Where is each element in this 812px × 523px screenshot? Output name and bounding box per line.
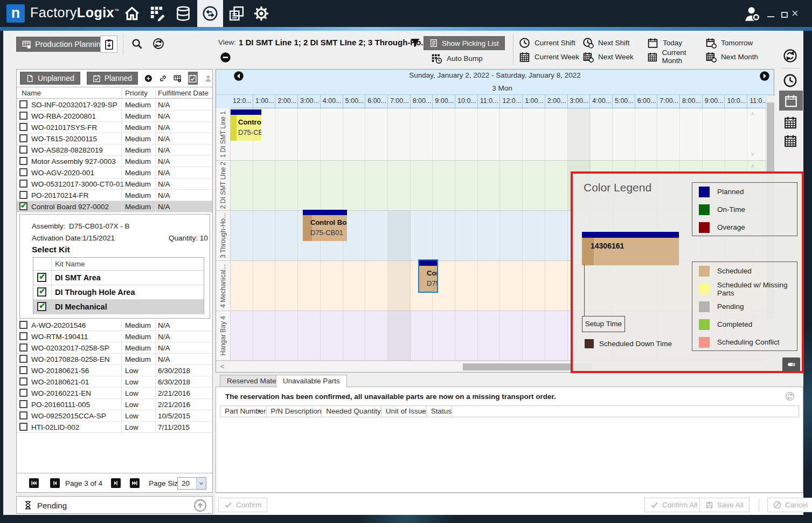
work-order-row[interactable]: ✔ HTI-02LID-002 Low 7/11/2015 xyxy=(17,422,212,433)
previous-period-button[interactable] xyxy=(233,71,244,81)
work-order-row[interactable]: ✔ WO-20180621-56 Low 6/30/2018 xyxy=(17,365,212,376)
gantt-bar[interactable]: Control D75 xyxy=(419,260,437,292)
view-selector[interactable]: 1 DI SMT Line 1; 2 DI SMT LIne 2; 3 Thro… xyxy=(239,38,428,47)
confirm-all-button[interactable]: Confirm All xyxy=(644,498,703,512)
gantt-bar[interactable]: Control Board D75-CB01 xyxy=(303,210,347,241)
range-button[interactable]: Today xyxy=(647,36,705,50)
user-logout-icon[interactable] xyxy=(744,5,761,23)
kit-checkbox[interactable]: ✔ xyxy=(37,273,46,282)
day-view-button[interactable] xyxy=(779,91,803,111)
table-settings-icon[interactable] xyxy=(173,73,182,84)
settings-gear-icon[interactable] xyxy=(253,5,269,22)
column-name[interactable]: Name xyxy=(22,89,41,97)
range-button[interactable]: Current Week xyxy=(519,50,582,64)
filter-funnel-icon[interactable] xyxy=(410,37,421,49)
row-checkbox[interactable]: ✔ xyxy=(19,146,27,154)
show-picking-list-button[interactable]: Show Picking List xyxy=(424,36,505,50)
kit-row[interactable]: ✔ DI Through Hole Area xyxy=(33,285,204,300)
schedule-mode-button[interactable] xyxy=(188,72,198,85)
kit-checkbox[interactable]: ✔ xyxy=(37,287,46,297)
kit-checkbox[interactable]: ✔ xyxy=(37,302,46,311)
save-all-button[interactable]: Save All xyxy=(699,498,749,512)
row-checkbox[interactable]: ✔ xyxy=(19,423,27,431)
row-checkbox[interactable]: ✔ xyxy=(19,389,27,397)
close-button[interactable]: × xyxy=(792,6,799,20)
link-work-order-icon[interactable] xyxy=(159,73,167,84)
parts-column-header[interactable]: Unit of Issue xyxy=(381,406,427,417)
row-checkbox[interactable]: ✔ xyxy=(19,321,27,329)
work-order-row[interactable]: ✔ WO-20170828-0258-EN Medium N/A xyxy=(17,354,212,365)
row-checkbox[interactable]: ✔ xyxy=(19,123,27,131)
add-work-order-icon[interactable] xyxy=(144,73,152,84)
row-checkbox[interactable]: ✔ xyxy=(19,168,27,176)
work-order-row[interactable]: ✔ WO-02032017-0258-SP Medium N/A xyxy=(17,342,212,354)
range-button[interactable]: Current Shift xyxy=(519,36,582,50)
work-order-row[interactable]: ✔ SO-INF-02032017-929-SP Medium N/A xyxy=(17,99,212,111)
kit-name-column[interactable]: Kit Name xyxy=(55,260,85,268)
confirm-button[interactable]: Confirm xyxy=(218,498,267,512)
work-order-row[interactable]: ✔ WO-RTM-190411 Medium N/A xyxy=(17,331,212,342)
row-checkbox[interactable]: ✔ xyxy=(19,400,27,408)
row-scroll-up-icon[interactable]: ∧ xyxy=(751,163,754,169)
work-order-row[interactable]: ✔ WO-AGV-2020-001 Medium N/A xyxy=(17,167,212,178)
production-planning-button[interactable]: Production Planning xyxy=(16,37,111,52)
row-checkbox[interactable]: ✔ xyxy=(19,112,27,120)
range-button[interactable]: Next Shift xyxy=(582,36,647,50)
auto-bump-button[interactable]: Auto Bump xyxy=(431,53,483,64)
minimize-button[interactable] xyxy=(767,16,774,17)
row-checkbox[interactable]: ✔ xyxy=(19,191,27,199)
first-page-button[interactable] xyxy=(29,478,39,488)
chevron-down-icon[interactable] xyxy=(196,478,206,489)
maximize-button[interactable] xyxy=(781,12,788,18)
work-order-row[interactable]: ✔ WO-09252015CCA-SP Low 10/5/2015 xyxy=(17,410,212,422)
row-checkbox[interactable]: ✔ xyxy=(19,180,27,188)
refresh-view-icon[interactable] xyxy=(783,49,797,63)
week-view-icon[interactable] xyxy=(783,115,797,129)
reports-icon[interactable] xyxy=(228,5,245,22)
assign-person-icon[interactable] xyxy=(204,73,212,84)
scheduling-icon[interactable] xyxy=(202,5,218,22)
process-definition-icon[interactable] xyxy=(150,5,166,22)
previous-page-button[interactable] xyxy=(50,478,60,488)
search-icon[interactable] xyxy=(131,38,143,50)
refresh-icon[interactable] xyxy=(152,38,164,50)
work-order-row[interactable]: ✔ WO-T615-20200115 Medium N/A xyxy=(17,133,212,144)
work-order-row[interactable]: ✔ PO-20160111-005 Low 2/21/2016 xyxy=(17,399,212,410)
refresh-parts-icon[interactable] xyxy=(785,391,795,401)
legend-toggle-button[interactable] xyxy=(782,357,800,371)
range-button[interactable]: Next Month xyxy=(705,50,775,64)
work-order-row[interactable]: ✔ Motor Assembly 927-0003 Medium N/A xyxy=(17,156,212,167)
column-priority[interactable]: Priority xyxy=(125,89,148,97)
expand-up-icon[interactable] xyxy=(193,499,207,512)
row-checkbox[interactable]: ✔ xyxy=(19,411,27,419)
cancel-button[interactable]: Cancel xyxy=(767,498,812,512)
row-checkbox[interactable]: ✔ xyxy=(19,366,27,374)
row-checkbox[interactable]: ✔ xyxy=(19,157,27,165)
work-order-row[interactable]: ✔ WO-021017SYS-FR Medium N/A xyxy=(17,122,212,133)
work-order-row[interactable]: ✔ A-WO-20201546 Medium N/A xyxy=(17,320,212,331)
column-fulfillment-date[interactable]: Fulfillment Date xyxy=(158,89,209,97)
row-checkbox[interactable]: ✔ xyxy=(19,343,27,352)
row-scroll-down-icon[interactable]: ∨ xyxy=(751,151,754,157)
row-checkbox[interactable]: ✔ xyxy=(19,332,27,340)
kit-row[interactable]: ✔ DI SMT Area xyxy=(33,271,204,285)
work-order-row[interactable]: ✔ PO-20170214-FR Medium N/A xyxy=(17,190,212,201)
tab-unplanned[interactable]: Unplanned xyxy=(20,72,80,85)
row-checkbox[interactable]: ✔ xyxy=(19,377,27,386)
parts-column-header[interactable]: Needed Quantity xyxy=(322,406,381,417)
tab-unavailable-parts[interactable]: Unavailable Parts xyxy=(276,375,347,388)
tab-planned[interactable]: Planned xyxy=(87,72,138,85)
parts-column-header[interactable]: Part Number ▲ xyxy=(220,406,267,417)
scroll-left-arrow[interactable]: < xyxy=(220,362,225,370)
row-checkbox[interactable]: ✔ xyxy=(19,100,27,108)
work-order-row[interactable]: ✔ WO-20160221-EN Low 2/21/2016 xyxy=(17,388,212,399)
next-period-button[interactable] xyxy=(759,71,770,81)
next-page-button[interactable] xyxy=(111,478,121,488)
work-order-row[interactable]: ✔ WO-20180621-01 Low 6/30/2018 xyxy=(17,376,212,388)
kit-row[interactable]: ✔ DI Mechanical xyxy=(33,300,204,314)
page-size-select[interactable]: 20 xyxy=(177,477,206,490)
home-icon[interactable] xyxy=(124,5,140,22)
row-scroll-up-icon[interactable]: ∧ xyxy=(751,111,754,116)
collapse-minus-icon[interactable] xyxy=(220,52,231,63)
range-button[interactable]: Next Week xyxy=(582,50,647,64)
